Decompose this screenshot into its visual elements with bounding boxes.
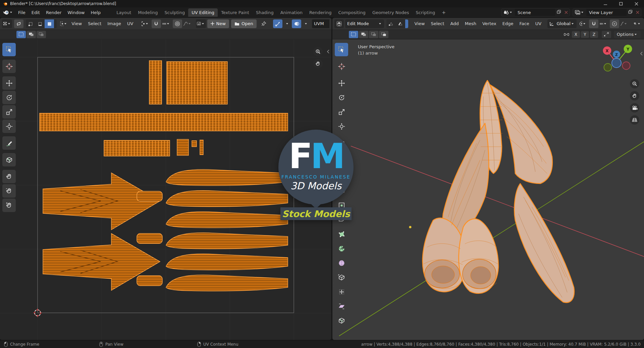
vp-zoom-button[interactable] (630, 79, 639, 88)
vp-menu-mesh[interactable]: Mesh (462, 20, 479, 27)
mirror-z-button[interactable]: Z (590, 31, 598, 38)
view-layer-browse-button[interactable] (573, 9, 586, 16)
vp-menu-add[interactable]: Add (447, 20, 462, 27)
proportional-edit-toggle[interactable] (173, 19, 182, 28)
workspace-tab-layout[interactable]: Layout (113, 8, 135, 17)
cursor-tool[interactable] (335, 60, 348, 73)
rotate-tool[interactable] (335, 91, 348, 104)
sticky-select-dropdown[interactable] (59, 19, 68, 28)
vp-pan-button[interactable] (630, 91, 639, 100)
minimize-button[interactable] (598, 0, 613, 7)
scene-browse-button[interactable] (501, 9, 515, 16)
vp-select-new-button[interactable] (349, 31, 358, 38)
pinch-tool[interactable] (2, 199, 16, 212)
edge-select-button[interactable] (396, 19, 405, 28)
delete-scene-button[interactable] (563, 10, 570, 15)
uv-menu-image[interactable]: Image (104, 20, 124, 27)
vp-menu-view[interactable]: View (412, 20, 428, 27)
uv-overlays-dropdown[interactable] (301, 19, 311, 28)
vp-snap-toggle[interactable] (589, 19, 598, 28)
menu-render[interactable]: Render (43, 9, 64, 16)
vp-pivot-dropdown[interactable] (578, 19, 587, 28)
transform-tool[interactable] (2, 120, 16, 133)
tweak-tool[interactable] (335, 43, 348, 56)
workspace-tab-shading[interactable]: Shading (253, 8, 277, 17)
uv-menu-uv[interactable]: UV (124, 20, 136, 27)
uv-zoom-button[interactable] (313, 47, 323, 56)
uv-select-vertex-button[interactable] (26, 19, 35, 28)
workspace-tab-texture-paint[interactable]: Texture Paint (218, 8, 253, 17)
uv-select-face-button[interactable] (45, 19, 54, 28)
uv-menu-view[interactable]: View (68, 20, 85, 27)
uv-pan-button[interactable] (313, 59, 323, 68)
close-button[interactable] (629, 0, 644, 7)
vp-menu-face[interactable]: Face (516, 20, 532, 27)
menu-file[interactable]: File (15, 9, 29, 16)
workspace-tab-geometry-nodes[interactable]: Geometry Nodes (369, 8, 413, 17)
blender-menu-button[interactable] (3, 10, 13, 15)
vp-sidebar-toggle[interactable] (640, 52, 643, 57)
mirror-y-button[interactable]: Y (581, 31, 589, 38)
mirror-x-button[interactable]: X (572, 31, 580, 38)
relax-tool[interactable] (2, 184, 16, 198)
vp-menu-select[interactable]: Select (428, 20, 447, 27)
uv-sidebar-toggle[interactable] (327, 50, 329, 55)
workspace-tab-animation[interactable]: Animation (277, 8, 306, 17)
options-dropdown[interactable]: Options (614, 31, 641, 38)
pin-image-button[interactable] (259, 19, 269, 28)
navigation-gizmo[interactable]: X Y Z (596, 42, 635, 77)
workspace-tab-modeling[interactable]: Modeling (135, 8, 161, 17)
vp-menu-uv[interactable]: UV (532, 20, 544, 27)
snap-individual-toggle[interactable] (602, 31, 611, 38)
vp-snap-settings-dropdown[interactable] (598, 19, 608, 28)
scale-tool[interactable] (335, 105, 348, 119)
spin-tool[interactable] (335, 242, 348, 255)
uv-gizmos-toggle[interactable] (273, 19, 282, 28)
shear-tool[interactable] (335, 299, 348, 313)
workspace-tab-rendering[interactable]: Rendering (306, 8, 335, 17)
mode-dropdown[interactable]: Edit Mode (345, 19, 384, 28)
viewport-canvas[interactable]: User Perspective (1) arrow X Y Z (332, 40, 644, 340)
remove-view-layer-button[interactable] (634, 10, 641, 15)
cursor-tool[interactable] (2, 60, 16, 73)
workspace-tab-uv-editing[interactable]: UV Editing (188, 8, 218, 17)
mirror-toggle[interactable] (562, 31, 571, 38)
uv-sync-select-toggle[interactable] (14, 19, 23, 28)
transform-orientation-dropdown[interactable]: Global (547, 19, 576, 28)
snap-settings-dropdown[interactable] (161, 19, 171, 28)
uv-select-edge-button[interactable] (35, 19, 45, 28)
falloff-dropdown[interactable] (182, 19, 193, 28)
uv-map-field[interactable]: UVM (312, 19, 329, 28)
annotate-tool[interactable] (2, 136, 16, 150)
vp-perspective-toggle-button[interactable] (630, 115, 639, 125)
uv-overlays-toggle[interactable] (292, 19, 301, 28)
uv-select-island-button[interactable] (54, 19, 57, 28)
vp-falloff-dropdown[interactable] (619, 19, 629, 28)
viewport-editor-type-dropdown[interactable] (334, 19, 344, 28)
scene-name[interactable]: Scene (515, 9, 555, 16)
smooth-tool[interactable] (335, 256, 348, 270)
face-select-button[interactable] (405, 19, 408, 28)
uv-gizmos-dropdown[interactable] (282, 19, 292, 28)
rotate-tool[interactable] (2, 91, 16, 104)
move-tool[interactable] (2, 76, 16, 90)
visibility-dropdown[interactable] (632, 19, 642, 28)
edge-slide-tool[interactable] (335, 271, 348, 284)
vp-select-extend-button[interactable] (359, 31, 368, 38)
poly-build-tool[interactable] (335, 227, 348, 241)
select-subtract-button[interactable] (37, 31, 46, 38)
select-new-button[interactable] (16, 31, 26, 38)
scale-tool[interactable] (2, 105, 16, 119)
open-image-button[interactable]: Open (231, 19, 257, 28)
view-layer-name[interactable]: View Layer (586, 9, 627, 16)
menu-window[interactable]: Window (64, 9, 88, 16)
rip-region-tool[interactable] (2, 153, 16, 166)
shrink-fatten-tool[interactable] (335, 285, 348, 298)
menu-edit[interactable]: Edit (29, 9, 43, 16)
snap-toggle[interactable] (152, 19, 161, 28)
workspace-tab-compositing[interactable]: Compositing (335, 8, 369, 17)
tweak-tool[interactable] (2, 43, 16, 56)
pivot-point-dropdown[interactable] (140, 19, 150, 28)
workspace-tab-scripting[interactable]: Scripting (413, 8, 439, 17)
grab-tool[interactable] (2, 170, 16, 183)
